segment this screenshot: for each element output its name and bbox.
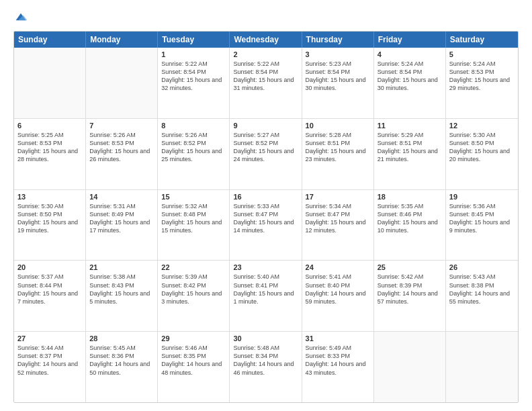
calendar-day-23: 23Sunrise: 5:40 AM Sunset: 8:41 PM Dayli… bbox=[230, 261, 302, 331]
day-number: 8 bbox=[161, 122, 226, 130]
day-info: Sunrise: 5:25 AM Sunset: 8:53 PM Dayligh… bbox=[17, 131, 82, 164]
day-info: Sunrise: 5:22 AM Sunset: 8:54 PM Dayligh… bbox=[233, 60, 298, 93]
day-number: 15 bbox=[161, 193, 226, 201]
calendar-week-2: 6Sunrise: 5:25 AM Sunset: 8:53 PM Daylig… bbox=[14, 119, 518, 190]
day-info: Sunrise: 5:46 AM Sunset: 8:35 PM Dayligh… bbox=[161, 344, 226, 377]
day-number: 11 bbox=[378, 122, 442, 130]
calendar-week-1: 1Sunrise: 5:22 AM Sunset: 8:54 PM Daylig… bbox=[14, 48, 518, 119]
day-info: Sunrise: 5:31 AM Sunset: 8:49 PM Dayligh… bbox=[89, 202, 154, 235]
calendar-day-24: 24Sunrise: 5:41 AM Sunset: 8:40 PM Dayli… bbox=[302, 261, 374, 331]
calendar-day-10: 10Sunrise: 5:28 AM Sunset: 8:51 PM Dayli… bbox=[302, 119, 374, 189]
calendar-day-17: 17Sunrise: 5:34 AM Sunset: 8:47 PM Dayli… bbox=[302, 190, 374, 261]
calendar-header-cell-wednesday: Wednesday bbox=[230, 32, 302, 48]
day-number: 19 bbox=[449, 193, 515, 201]
day-number: 6 bbox=[17, 122, 82, 130]
day-info: Sunrise: 5:42 AM Sunset: 8:39 PM Dayligh… bbox=[378, 273, 442, 306]
calendar-day-20: 20Sunrise: 5:37 AM Sunset: 8:44 PM Dayli… bbox=[14, 261, 86, 331]
calendar-day-13: 13Sunrise: 5:30 AM Sunset: 8:50 PM Dayli… bbox=[14, 190, 86, 261]
day-info: Sunrise: 5:37 AM Sunset: 8:44 PM Dayligh… bbox=[17, 273, 82, 306]
calendar-empty-cell bbox=[14, 48, 86, 118]
calendar-day-4: 4Sunrise: 5:24 AM Sunset: 8:54 PM Daylig… bbox=[374, 48, 446, 118]
calendar: SundayMondayTuesdayWednesdayThursdayFrid… bbox=[13, 31, 519, 403]
day-info: Sunrise: 5:28 AM Sunset: 8:51 PM Dayligh… bbox=[306, 131, 370, 164]
day-number: 12 bbox=[449, 122, 515, 130]
day-info: Sunrise: 5:38 AM Sunset: 8:43 PM Dayligh… bbox=[89, 273, 154, 306]
day-number: 30 bbox=[233, 334, 298, 342]
calendar-empty-cell bbox=[446, 332, 518, 402]
day-info: Sunrise: 5:26 AM Sunset: 8:53 PM Dayligh… bbox=[89, 131, 154, 164]
day-info: Sunrise: 5:23 AM Sunset: 8:54 PM Dayligh… bbox=[306, 60, 370, 93]
calendar-week-4: 20Sunrise: 5:37 AM Sunset: 8:44 PM Dayli… bbox=[14, 261, 518, 332]
day-info: Sunrise: 5:41 AM Sunset: 8:40 PM Dayligh… bbox=[306, 273, 370, 306]
calendar-day-12: 12Sunrise: 5:30 AM Sunset: 8:50 PM Dayli… bbox=[446, 119, 518, 189]
day-number: 20 bbox=[17, 263, 82, 271]
day-info: Sunrise: 5:35 AM Sunset: 8:46 PM Dayligh… bbox=[378, 202, 442, 235]
calendar-week-3: 13Sunrise: 5:30 AM Sunset: 8:50 PM Dayli… bbox=[14, 190, 518, 261]
calendar-day-14: 14Sunrise: 5:31 AM Sunset: 8:49 PM Dayli… bbox=[86, 190, 158, 261]
day-number: 9 bbox=[233, 122, 298, 130]
day-info: Sunrise: 5:30 AM Sunset: 8:50 PM Dayligh… bbox=[17, 202, 82, 235]
day-number: 3 bbox=[306, 50, 370, 58]
day-number: 24 bbox=[306, 263, 370, 271]
day-number: 10 bbox=[306, 122, 370, 130]
calendar-day-6: 6Sunrise: 5:25 AM Sunset: 8:53 PM Daylig… bbox=[14, 119, 86, 189]
day-number: 31 bbox=[306, 334, 370, 342]
day-number: 4 bbox=[378, 50, 442, 58]
calendar-day-5: 5Sunrise: 5:24 AM Sunset: 8:53 PM Daylig… bbox=[446, 48, 518, 118]
calendar-day-21: 21Sunrise: 5:38 AM Sunset: 8:43 PM Dayli… bbox=[86, 261, 158, 331]
calendar-empty-cell bbox=[374, 332, 446, 402]
calendar-day-2: 2Sunrise: 5:22 AM Sunset: 8:54 PM Daylig… bbox=[230, 48, 302, 118]
day-number: 21 bbox=[89, 263, 154, 271]
day-number: 29 bbox=[161, 334, 226, 342]
calendar-day-11: 11Sunrise: 5:29 AM Sunset: 8:51 PM Dayli… bbox=[374, 119, 446, 189]
calendar-body: 1Sunrise: 5:22 AM Sunset: 8:54 PM Daylig… bbox=[14, 48, 518, 402]
calendar-day-8: 8Sunrise: 5:26 AM Sunset: 8:52 PM Daylig… bbox=[158, 119, 230, 189]
calendar-day-25: 25Sunrise: 5:42 AM Sunset: 8:39 PM Dayli… bbox=[374, 261, 446, 331]
calendar-day-1: 1Sunrise: 5:22 AM Sunset: 8:54 PM Daylig… bbox=[158, 48, 230, 118]
calendar-day-27: 27Sunrise: 5:44 AM Sunset: 8:37 PM Dayli… bbox=[14, 332, 86, 402]
calendar-day-9: 9Sunrise: 5:27 AM Sunset: 8:52 PM Daylig… bbox=[230, 119, 302, 189]
day-number: 1 bbox=[161, 50, 226, 58]
day-info: Sunrise: 5:24 AM Sunset: 8:53 PM Dayligh… bbox=[449, 60, 515, 93]
calendar-day-31: 31Sunrise: 5:49 AM Sunset: 8:33 PM Dayli… bbox=[302, 332, 374, 402]
day-info: Sunrise: 5:29 AM Sunset: 8:51 PM Dayligh… bbox=[378, 131, 442, 164]
day-info: Sunrise: 5:22 AM Sunset: 8:54 PM Dayligh… bbox=[161, 60, 226, 93]
calendar-day-16: 16Sunrise: 5:33 AM Sunset: 8:47 PM Dayli… bbox=[230, 190, 302, 261]
day-number: 2 bbox=[233, 50, 298, 58]
day-info: Sunrise: 5:44 AM Sunset: 8:37 PM Dayligh… bbox=[17, 344, 82, 377]
calendar-day-18: 18Sunrise: 5:35 AM Sunset: 8:46 PM Dayli… bbox=[374, 190, 446, 261]
day-info: Sunrise: 5:33 AM Sunset: 8:47 PM Dayligh… bbox=[233, 202, 298, 235]
calendar-header-row: SundayMondayTuesdayWednesdayThursdayFrid… bbox=[14, 32, 518, 48]
calendar-header-cell-saturday: Saturday bbox=[446, 32, 518, 48]
day-number: 28 bbox=[89, 334, 154, 342]
day-number: 23 bbox=[233, 263, 298, 271]
day-info: Sunrise: 5:48 AM Sunset: 8:34 PM Dayligh… bbox=[233, 344, 298, 377]
calendar-day-7: 7Sunrise: 5:26 AM Sunset: 8:53 PM Daylig… bbox=[86, 119, 158, 189]
logo-icon bbox=[13, 9, 28, 24]
day-info: Sunrise: 5:40 AM Sunset: 8:41 PM Dayligh… bbox=[233, 273, 298, 306]
day-info: Sunrise: 5:45 AM Sunset: 8:36 PM Dayligh… bbox=[89, 344, 154, 377]
day-info: Sunrise: 5:32 AM Sunset: 8:48 PM Dayligh… bbox=[161, 202, 226, 235]
day-number: 5 bbox=[449, 50, 515, 58]
page: SundayMondayTuesdayWednesdayThursdayFrid… bbox=[0, 0, 532, 411]
day-number: 25 bbox=[378, 263, 442, 271]
calendar-day-29: 29Sunrise: 5:46 AM Sunset: 8:35 PM Dayli… bbox=[158, 332, 230, 402]
day-info: Sunrise: 5:36 AM Sunset: 8:45 PM Dayligh… bbox=[449, 202, 515, 235]
header bbox=[13, 11, 519, 26]
calendar-day-28: 28Sunrise: 5:45 AM Sunset: 8:36 PM Dayli… bbox=[86, 332, 158, 402]
day-number: 17 bbox=[306, 193, 370, 201]
calendar-header-cell-sunday: Sunday bbox=[14, 32, 86, 48]
day-number: 26 bbox=[449, 263, 515, 271]
calendar-header-cell-tuesday: Tuesday bbox=[158, 32, 230, 48]
calendar-day-22: 22Sunrise: 5:39 AM Sunset: 8:42 PM Dayli… bbox=[158, 261, 230, 331]
calendar-week-5: 27Sunrise: 5:44 AM Sunset: 8:37 PM Dayli… bbox=[14, 332, 518, 402]
day-number: 13 bbox=[17, 193, 82, 201]
calendar-header-cell-friday: Friday bbox=[374, 32, 446, 48]
day-info: Sunrise: 5:49 AM Sunset: 8:33 PM Dayligh… bbox=[306, 344, 370, 377]
day-info: Sunrise: 5:26 AM Sunset: 8:52 PM Dayligh… bbox=[161, 131, 226, 164]
day-info: Sunrise: 5:34 AM Sunset: 8:47 PM Dayligh… bbox=[306, 202, 370, 235]
calendar-header-cell-monday: Monday bbox=[86, 32, 158, 48]
day-info: Sunrise: 5:30 AM Sunset: 8:50 PM Dayligh… bbox=[449, 131, 515, 164]
day-number: 22 bbox=[161, 263, 226, 271]
day-info: Sunrise: 5:43 AM Sunset: 8:38 PM Dayligh… bbox=[449, 273, 515, 306]
